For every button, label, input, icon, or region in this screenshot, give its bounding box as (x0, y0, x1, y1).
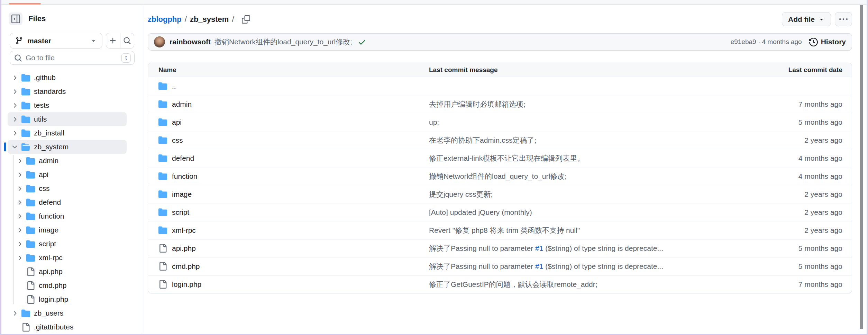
chevron-right-icon[interactable] (15, 213, 24, 220)
search-tree-button[interactable] (120, 33, 134, 48)
breadcrumb-repo-link[interactable]: zblogphp (148, 15, 182, 24)
commit-message-cell[interactable]: 解决了Passing null to parameter #1 ($string… (429, 244, 755, 253)
chevron-right-icon[interactable] (10, 74, 19, 81)
kebab-icon (839, 15, 848, 24)
entry-link[interactable]: css (172, 136, 183, 144)
entry-link[interactable]: xml-rpc (172, 226, 196, 235)
chevron-right-icon[interactable] (15, 185, 24, 192)
folder-icon (21, 101, 30, 110)
tree-item-zb_install[interactable]: zb_install (8, 126, 127, 140)
tree-item-utils[interactable]: utils (8, 112, 127, 126)
tree-item-label: defend (39, 198, 61, 206)
chevron-right-icon[interactable] (15, 157, 24, 165)
commit-message-cell[interactable]: 修正了GetGuestIP的问题，默认会读取remote_addr; (429, 280, 755, 289)
tree-item-login.php[interactable]: login.php (8, 292, 127, 306)
chevron-right-icon[interactable] (10, 310, 19, 317)
tree-item-xml-rpc[interactable]: xml-rpc (8, 251, 127, 265)
tree-item-zb_system[interactable]: zb_system (8, 140, 127, 154)
commit-message-cell[interactable]: 提交jquery css更新; (429, 189, 755, 199)
tree-item-css[interactable]: css (8, 182, 127, 195)
tree-item-api[interactable]: api (8, 168, 127, 182)
folder-icon (158, 154, 167, 162)
commit-message-cell[interactable]: 去掉用户编辑时必填邮箱选项; (429, 99, 755, 109)
tree-item-defend[interactable]: defend (8, 195, 127, 209)
tree-item-label: image (39, 226, 58, 234)
chevron-right-icon[interactable] (15, 227, 24, 234)
add-file-tree-button[interactable] (106, 33, 120, 48)
tree-item-function[interactable]: function (8, 209, 127, 223)
chevron-right-icon[interactable] (15, 240, 24, 248)
author-avatar[interactable] (154, 36, 165, 47)
tree-item-label: zb_users (34, 309, 63, 317)
table-row-login.php: login.php修正了GetGuestIP的问题，默认会读取remote_ad… (148, 275, 852, 293)
entry-link[interactable]: cmd.php (172, 262, 200, 271)
entry-link[interactable]: function (172, 172, 198, 180)
tree-item-tests[interactable]: tests (8, 98, 127, 112)
entry-link[interactable]: defend (172, 154, 194, 162)
file-icon (158, 244, 167, 253)
sidebar-title: Files (28, 14, 46, 23)
folder-icon (158, 118, 167, 126)
commit-message[interactable]: 撤销Network组件的load_query_to_url修改; (214, 37, 352, 47)
tree-item-label: zb_system (34, 143, 68, 151)
entry-link[interactable]: api.php (172, 244, 196, 253)
current-branch-label: master (27, 37, 51, 45)
branch-selector[interactable]: master (10, 33, 102, 49)
checks-passed-icon[interactable] (358, 38, 366, 46)
tree-item-.github[interactable]: .github (8, 71, 127, 85)
commit-message-cell[interactable]: 解决了Passing null to parameter #1 ($string… (429, 262, 755, 271)
commit-message-cell[interactable]: 撤销Network组件的load_query_to_url修改; (429, 171, 755, 181)
tree-item-.gitattributes[interactable]: .gitattributes (8, 320, 127, 334)
chevron-right-icon[interactable] (15, 254, 24, 262)
tree-item-cmd.php[interactable]: cmd.php (8, 279, 127, 292)
chevron-right-icon[interactable] (15, 199, 24, 206)
file-icon (26, 295, 35, 304)
history-button[interactable]: History (809, 38, 846, 46)
entry-link[interactable]: admin (172, 100, 192, 108)
entry-link[interactable]: login.php (172, 280, 201, 289)
commit-message-cell[interactable]: 修正external-link模板不让它出现在编辑列表里。 (429, 153, 755, 163)
tree-item-image[interactable]: image (8, 223, 127, 237)
chevron-right-icon[interactable] (10, 102, 19, 109)
more-options-button[interactable] (835, 12, 852, 26)
latest-commit-bar: rainbowsoft 撤销Network组件的load_query_to_ur… (148, 33, 852, 51)
issue-link[interactable]: #1 (535, 262, 543, 270)
tree-item-admin[interactable]: admin (8, 154, 127, 168)
chevron-right-icon[interactable] (10, 88, 19, 95)
add-file-button[interactable]: Add file (782, 12, 831, 26)
chevron-right-icon[interactable] (10, 116, 19, 123)
commit-sha-and-time[interactable]: e91eba9 · 4 months ago (731, 38, 802, 46)
entry-link[interactable]: image (172, 190, 192, 199)
folder-icon (26, 198, 35, 207)
issue-link[interactable]: #1 (535, 244, 543, 252)
tree-item-label: function (39, 212, 64, 220)
entry-link[interactable]: script (172, 208, 189, 217)
vertical-scrollbar[interactable] (860, 5, 863, 333)
file-tree-sidebar: Files master (1, 5, 142, 334)
message-text: ($string) of type string is deprecate... (543, 244, 663, 252)
tree-item-label: api.php (39, 267, 63, 276)
entry-link[interactable]: .. (172, 82, 176, 90)
commit-author[interactable]: rainbowsoft (170, 38, 211, 46)
collapse-sidebar-button[interactable] (9, 12, 22, 25)
tree-item-standards[interactable]: standards (8, 85, 127, 98)
chevron-down-icon[interactable] (10, 143, 19, 151)
commit-message-cell[interactable]: 在老李的协助下admin.css定稿了; (429, 135, 755, 145)
commit-message-cell[interactable]: up; (429, 118, 755, 126)
entry-link[interactable]: api (172, 118, 182, 126)
tree-item-label: login.php (39, 295, 68, 303)
table-row-api.php: api.php解决了Passing null to parameter #1 (… (148, 239, 852, 257)
folder-icon (26, 254, 35, 262)
tree-item-zb_users[interactable]: zb_users (8, 306, 127, 320)
copy-path-button[interactable] (240, 14, 252, 25)
file-icon (26, 267, 35, 276)
tree-item-script[interactable]: script (8, 237, 127, 251)
go-to-file-input[interactable]: Go to file t (10, 51, 135, 65)
chevron-right-icon[interactable] (10, 130, 19, 137)
tree-item-api.php[interactable]: api.php (8, 265, 127, 279)
folder-icon (21, 129, 30, 138)
commit-message-cell[interactable]: [Auto] updated jQuery (monthly) (429, 208, 755, 217)
commit-message-cell[interactable]: Revert "修复 php8 将来 trim 类函数不支持 null" (429, 226, 755, 235)
chevron-right-icon[interactable] (15, 171, 24, 178)
scrollbar-thumb[interactable] (860, 5, 863, 329)
